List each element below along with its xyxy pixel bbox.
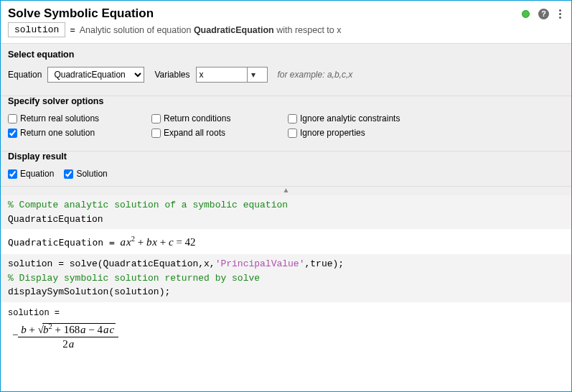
variables-label: Variables <box>154 70 189 80</box>
variables-input[interactable] <box>197 67 247 82</box>
checkbox-ignore-properties[interactable]: Ignore properties <box>288 128 474 138</box>
variables-hint: for example: a,b,c,x <box>278 70 353 80</box>
checkbox-display-solution[interactable]: Solution <box>64 169 107 179</box>
code-line: solution = solve(QuadraticEquation,x,'Pr… <box>8 257 564 271</box>
checkbox-display-equation[interactable]: Equation <box>8 169 54 179</box>
description-text: Analytic solution of equation QuadraticE… <box>80 25 342 35</box>
equation-output: QuadraticEquation = a x2 + b x + c = 42 <box>1 229 571 254</box>
code-line: displaySymSolution(solution); <box>8 285 564 299</box>
checkbox-return-conditions[interactable]: Return conditions <box>151 113 288 123</box>
variables-combo[interactable]: ▾ <box>196 67 268 83</box>
solution-label: solution = <box>8 308 564 318</box>
chevron-down-icon[interactable]: ▾ <box>247 67 260 82</box>
solution-output: solution = − b + √b2 + 168 a − 4 a c 2 a <box>1 302 571 356</box>
checkbox-expand-roots[interactable]: Expand all roots <box>151 128 288 138</box>
panel-header: Solve Symbolic Equation ? <box>1 1 571 22</box>
output-description: solution = Analytic solution of equation… <box>1 22 571 43</box>
collapse-toggle-icon[interactable]: ▲ <box>1 186 571 195</box>
panel-title: Solve Symbolic Equation <box>8 6 522 21</box>
output-variable-box: solution <box>8 22 65 37</box>
code-comment: % Display symbolic solution returned by … <box>8 271 564 286</box>
checkbox-return-one[interactable]: Return one solution <box>8 128 151 138</box>
code-output-area: % Compute analytic solution of a symboli… <box>1 195 571 356</box>
code-block-1: % Compute analytic solution of a symboli… <box>1 195 571 229</box>
help-icon[interactable]: ? <box>538 9 549 19</box>
checkbox-return-real[interactable]: Return real solutions <box>8 113 151 123</box>
solution-math: − b + √b2 + 168 a − 4 a c 2 a <box>8 322 564 350</box>
equation-label: Equation <box>8 70 42 80</box>
equation-dropdown[interactable]: QuadraticEquation <box>47 67 144 83</box>
section-title-select: Select equation <box>8 50 564 60</box>
equation-math: a x2 + b x + c = 42 <box>121 236 196 248</box>
select-equation-section: Select equation Equation QuadraticEquati… <box>1 43 571 95</box>
status-indicator-icon <box>522 10 530 18</box>
checkbox-ignore-analytic[interactable]: Ignore analytic constraints <box>288 113 474 123</box>
section-title-solver: Specify solver options <box>8 96 564 106</box>
equals-sign: = <box>70 25 75 35</box>
display-result-section: Display result Equation Solution <box>1 151 571 186</box>
task-panel: Solve Symbolic Equation ? solution = Ana… <box>0 0 572 392</box>
solver-options-section: Specify solver options Return real solut… <box>1 95 571 151</box>
more-menu-icon[interactable] <box>556 8 564 20</box>
code-block-2: solution = solve(QuadraticEquation,x,'Pr… <box>1 254 571 302</box>
code-comment: % Compute analytic solution of a symboli… <box>8 198 564 213</box>
code-line: QuadraticEquation <box>8 213 564 227</box>
section-title-display: Display result <box>8 151 564 162</box>
